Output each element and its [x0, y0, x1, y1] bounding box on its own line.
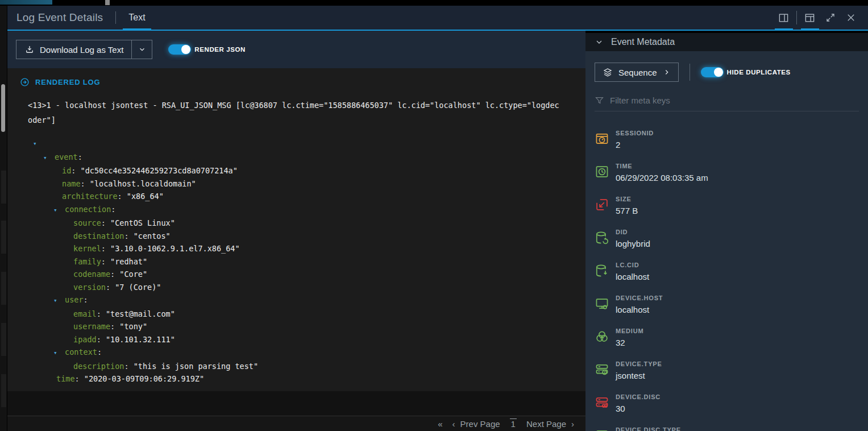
collapse-caret-icon[interactable]: ▾: [33, 138, 44, 151]
json-tree-line: codename: "Core": [7, 268, 585, 281]
meta-key-label: TIME: [616, 163, 708, 169]
meta-value[interactable]: 32: [616, 338, 643, 347]
json-tree: ▾▾event:id: "dc50cc4e352446259273cd8a070…: [7, 136, 585, 386]
icon-divider: [796, 11, 797, 24]
json-value: "tony": [115, 322, 147, 331]
json-key: name: [62, 179, 81, 188]
meta-value[interactable]: 30: [616, 404, 661, 413]
sequence-button[interactable]: Sequence: [595, 63, 679, 82]
controls-divider: [690, 64, 690, 81]
json-key: id: [62, 166, 71, 175]
json-key: description: [73, 362, 124, 371]
render-json-toggle-row: RENDER JSON: [168, 44, 246, 55]
meta-key-label: MEDIUM: [616, 328, 643, 334]
split-panel-top-button[interactable]: [799, 6, 820, 30]
collapse-caret-icon[interactable]: ▾: [43, 152, 55, 165]
circle-arrow-icon: [20, 77, 30, 87]
json-tree-line: email: "test@mail.com": [7, 308, 585, 321]
meta-value[interactable]: localhost: [616, 272, 649, 281]
render-json-toggle[interactable]: [168, 44, 191, 55]
meta-item: T DEVICE.DISC.TYPE: [595, 426, 859, 431]
event-metadata-header[interactable]: Event Metadata: [585, 33, 868, 51]
hide-duplicates-label: HIDE DUPLICATES: [727, 69, 791, 76]
json-value: "7 (Core)": [110, 283, 161, 292]
close-button[interactable]: [841, 6, 861, 30]
json-value: "this is json parsing test": [129, 362, 259, 371]
next-page-button[interactable]: Next Page: [526, 419, 566, 429]
collapse-caret-icon[interactable]: ▾: [53, 347, 65, 360]
venn-icon: [595, 328, 609, 353]
json-value: "10.101.32.111": [101, 335, 175, 344]
expand-button[interactable]: [820, 6, 841, 30]
meta-item: MEDIUM 32: [595, 328, 859, 353]
raw-syslog-line: <13>1 - localhost jsontest - RSA_UI_JSON…: [28, 98, 560, 127]
page-number-input[interactable]: 1: [510, 418, 517, 429]
filter-meta-keys-input[interactable]: [610, 96, 826, 105]
meta-key-label: DEVICE.TYPE: [616, 360, 662, 367]
split-panel-right-button[interactable]: [773, 6, 794, 30]
meta-key-label: LC.CID: [616, 262, 649, 268]
layers-icon: [603, 67, 613, 77]
json-tree-line: ipadd: "10.101.32.111": [7, 333, 585, 346]
log-event-details-window: Log Event Details Text: [7, 6, 868, 431]
chevron-down-icon: [138, 45, 146, 53]
panel-layout-icon: [804, 13, 815, 23]
json-tree-line: ▾context:: [7, 346, 585, 360]
download-options-button[interactable]: [131, 40, 152, 59]
meta-value[interactable]: loghybrid: [616, 239, 650, 248]
hide-duplicates-toggle[interactable]: [701, 67, 724, 77]
scrollbar-thumb[interactable]: [1, 84, 5, 132]
json-value: "x86_64": [122, 192, 164, 201]
meta-value[interactable]: 2: [616, 140, 654, 150]
json-key: architecture: [62, 192, 118, 201]
top-strip: [0, 0, 868, 6]
meta-item: DEVICE.HOST localhost: [595, 295, 859, 320]
download-log-button[interactable]: Download Log as Text: [16, 40, 131, 59]
next-page-arrow[interactable]: ›: [571, 419, 574, 429]
expand-icon: [825, 13, 836, 23]
event-metadata-body: Sequence HIDE DUPLICATES SESSIONID 2: [585, 51, 868, 431]
meta-item: T DEVICE.TYPE jsontest: [595, 360, 859, 386]
filter-meta-keys-row: [595, 96, 859, 111]
panel-right-icon: [778, 13, 789, 23]
json-key: kernel: [73, 244, 101, 253]
close-icon: [846, 13, 856, 23]
meta-value[interactable]: localhost: [616, 305, 663, 314]
rendered-log-content: RENDERED LOG <13>1 - localhost jsontest …: [7, 68, 585, 391]
meta-key-label: SESSIONID: [616, 130, 654, 136]
stopwatch-icon: [595, 130, 609, 155]
hide-duplicates-toggle-row: HIDE DUPLICATES: [701, 67, 791, 77]
toggle-knob: [714, 68, 723, 77]
meta-value[interactable]: 06/29/2022 08:03:35 am: [616, 173, 708, 183]
meta-item: TIME 06/29/2022 08:03:35 am: [595, 163, 859, 188]
json-key: username: [73, 322, 110, 331]
json-tree-line: ▾event:: [7, 151, 585, 165]
chevron-down-icon: [595, 38, 604, 47]
title-bar: Log Event Details Text: [7, 6, 868, 31]
first-page-button[interactable]: «: [438, 419, 442, 429]
json-tree-line: ▾connection:: [7, 203, 585, 217]
log-toolbar: Download Log as Text RENDER JSON: [7, 31, 585, 68]
clock-icon: [595, 163, 609, 188]
meta-item: LC.CID localhost: [595, 262, 859, 287]
json-value: "Core": [115, 270, 147, 279]
meta-item: SESSIONID 2: [595, 130, 859, 155]
toggle-knob: [181, 45, 190, 54]
tab-text[interactable]: Text: [128, 6, 145, 30]
json-key: version: [73, 283, 106, 292]
collapse-caret-icon[interactable]: ▾: [53, 295, 65, 308]
browser-tab-accent: [0, 0, 52, 5]
json-tree-line: ▾user:: [7, 293, 585, 308]
json-tree-line: source: "CentOS Linux": [7, 217, 585, 230]
meta-value[interactable]: 577 B: [616, 206, 638, 216]
meta-value[interactable]: jsontest: [616, 371, 662, 380]
rendered-log-header: RENDERED LOG: [20, 77, 585, 87]
json-key: family: [73, 257, 101, 266]
collapse-caret-icon[interactable]: ▾: [53, 204, 65, 217]
json-value: "centos": [129, 231, 171, 241]
json-tree-line: time: "2020-03-09T09:06:29.919Z": [7, 372, 585, 386]
json-key: source: [73, 218, 101, 227]
prev-page-arrow[interactable]: ‹: [452, 419, 455, 429]
server-type-icon: T: [595, 426, 609, 431]
prev-page-button[interactable]: Prev Page: [460, 419, 500, 429]
